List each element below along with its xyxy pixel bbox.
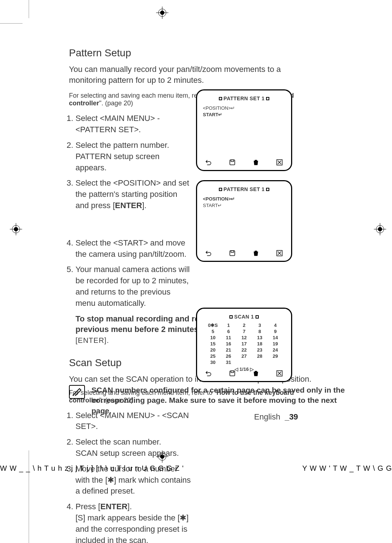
pattern-step-4: Select the <START> and move the camera u… <box>75 238 192 260</box>
step-text: [S] mark appears beside the [✱] and the … <box>75 513 189 543</box>
close-icon <box>276 250 283 256</box>
note-icon <box>69 385 85 399</box>
step-text: ]. <box>127 502 132 511</box>
note-prefix: For selecting and saving each menu item,… <box>69 92 217 99</box>
scan-cell: 18 <box>252 341 268 347</box>
registration-mark <box>156 7 168 19</box>
save-icon <box>229 250 236 256</box>
printer-line-left: W W _ _ \ h T u h z j j T j ] [ \ \ u T … <box>0 464 184 473</box>
scan-cell: 13 <box>252 335 268 340</box>
scan-cell: 14 <box>268 335 283 340</box>
scan-cell: 27 <box>236 353 252 359</box>
footer-lang: English <box>254 412 280 421</box>
delete-icon <box>252 370 260 377</box>
tip-text: SCAN numbers configured for a certain pa… <box>91 385 353 416</box>
enter-key: ENTER <box>100 502 127 511</box>
close-icon <box>276 159 283 166</box>
osd-text: START↵ <box>203 203 222 208</box>
note-suffix: ". (page 20) <box>99 100 133 107</box>
scan-cell: 31 <box>221 360 236 365</box>
pattern-lead: You can manually record your pan/tilt/zo… <box>69 64 312 85</box>
scan-cell: 12 <box>236 335 252 340</box>
scan-cell: 28 <box>252 353 268 359</box>
scan-cell: 22 <box>236 347 252 353</box>
scan-cell: 11 <box>221 335 236 340</box>
back-icon <box>205 370 212 377</box>
pattern-step-1: Select <MAIN MENU> - <PATTERN SET>. <box>75 113 192 135</box>
back-icon <box>205 159 212 166</box>
crop-mark <box>0 23 23 24</box>
scan-cell: 21 <box>221 347 236 353</box>
svg-rect-4 <box>231 251 234 252</box>
osd-title: PATTERN SET 1 <box>197 186 291 192</box>
svg-rect-3 <box>230 251 235 256</box>
osd-screen-pattern-2: PATTERN SET 1 <POSITION>↵ START↵ <box>196 180 292 262</box>
scan-cell: 15 <box>205 341 221 347</box>
osd-title-text: SCAN 1 <box>234 314 254 320</box>
osd-screen-pattern-1: PATTERN SET 1 <POSITION>↵ START↵ <box>196 89 292 171</box>
svg-rect-7 <box>231 371 234 373</box>
footer-page: _39 <box>285 412 298 421</box>
crop-mark <box>29 0 29 18</box>
osd-icon-row <box>197 159 291 166</box>
pattern-step-3: Select the <POSITION> and set the patter… <box>75 178 192 211</box>
back-icon <box>205 250 212 256</box>
save-icon <box>229 159 236 166</box>
osd-row: <POSITION>↵ <box>203 105 285 111</box>
scan-cell: 17 <box>236 341 252 347</box>
scan-cell: 10 <box>205 335 221 340</box>
osd-title-text: PATTERN SET 1 <box>224 96 265 101</box>
step-text: Select the scan number. <box>75 437 161 446</box>
svg-rect-6 <box>230 371 235 376</box>
delete-icon <box>252 250 260 256</box>
scan-cell: 20 <box>205 347 221 353</box>
scan-cell: 7 <box>236 329 252 334</box>
scan-cell: 29 <box>268 353 283 359</box>
osd-row: <POSITION>↵ <box>203 196 285 202</box>
step-text: Select the pattern number. <box>75 141 169 150</box>
step-text: SCAN setup screen appears. <box>75 449 179 458</box>
osd-text: START↵ <box>203 112 222 117</box>
step-text: Press [ <box>75 502 100 511</box>
svg-rect-1 <box>231 160 234 162</box>
scan-cell: 16 <box>221 341 236 347</box>
pattern-step-2: Select the pattern number. PATTERN setup… <box>75 140 192 173</box>
osd-text: <POSITION>↵ <box>203 105 235 111</box>
scan-grid: 0✱S1234567891011121314151617181920212223… <box>197 320 291 372</box>
enter-key: ENTER <box>115 201 142 210</box>
scan-cell: 23 <box>252 347 268 353</box>
scan-cell: 8 <box>252 329 268 334</box>
scan-cell: 4 <box>268 323 283 328</box>
osd-text: <POSITION>↵ <box>203 196 235 202</box>
registration-mark <box>10 223 22 235</box>
scan-cell: 19 <box>268 341 283 347</box>
scan-cell: 26 <box>221 353 236 359</box>
osd-screen-scan: SCAN 1 0✱S123456789101112131415161718192… <box>196 308 292 382</box>
printer-line-right: Y W W ' T W _ T W \ G G <box>302 464 392 473</box>
scan-cell: 0✱S <box>205 323 221 328</box>
save-icon <box>229 370 236 377</box>
pattern-step-5: Your manual camera actions will be recor… <box>75 264 192 309</box>
osd-title: SCAN 1 <box>197 314 291 320</box>
scan-cell: 24 <box>268 347 283 353</box>
scan-cell: 9 <box>268 329 283 334</box>
page-footer: English _39 <box>254 412 298 422</box>
scan-cell: 30 <box>205 360 221 365</box>
osd-row: START↵ <box>203 203 285 208</box>
osd-title-text: PATTERN SET 1 <box>224 186 265 192</box>
scan-cell: 1 <box>221 323 236 328</box>
scan-step-4: Press [ENTER]. [S] mark appears beside t… <box>75 501 192 543</box>
close-icon <box>276 370 283 377</box>
scan-step-2: Select the scan number. SCAN setup scree… <box>75 437 192 459</box>
step-text: ]. <box>142 201 146 210</box>
scan-steps: Select <MAIN MENU> - <SCAN SET>. Select … <box>69 410 192 543</box>
pattern-steps-b: Select the <START> and move the camera u… <box>69 238 192 309</box>
scan-cell: 5 <box>205 329 221 334</box>
delete-icon <box>252 159 260 166</box>
scan-cell: 3 <box>252 323 268 328</box>
registration-mark <box>374 223 386 235</box>
osd-row: START↵ <box>203 112 285 117</box>
osd-icon-row <box>197 370 291 377</box>
osd-icon-row <box>197 250 291 256</box>
scan-cell: 2 <box>236 323 252 328</box>
